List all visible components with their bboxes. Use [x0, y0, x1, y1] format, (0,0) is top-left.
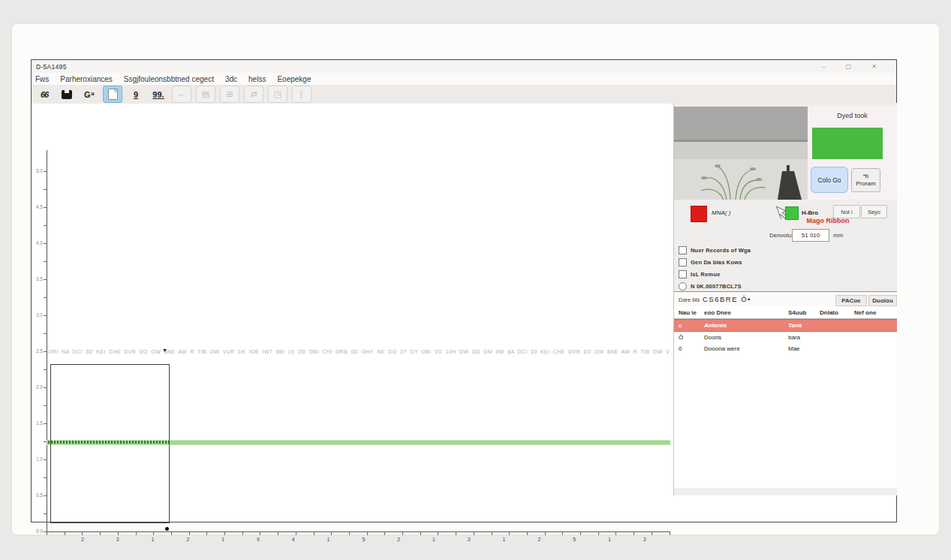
red-color-swatch[interactable]	[691, 206, 707, 222]
x-tick-label: 3	[116, 537, 119, 542]
table-header-cell[interactable]: eoo Dnee	[704, 307, 788, 318]
checkbox-row-2[interactable]: IsL Remue	[679, 268, 751, 280]
crop-tool-glyph: ◳	[274, 89, 281, 99]
x-tick	[118, 532, 119, 535]
plot-area[interactable]: 5.04.54.03.53.02.52.01.51.00.50 23121941…	[32, 104, 673, 521]
table-header-cell[interactable]: Dnlato	[820, 307, 854, 318]
menu-item-5[interactable]: Eoepekge	[277, 75, 311, 83]
x-tick-label: 2	[81, 537, 84, 542]
checkbox[interactable]	[679, 270, 687, 278]
menu-item-2[interactable]: Ssgjfouleonsbbtned cegect	[124, 75, 214, 83]
app-card: D-5A1495 – ▢ ✕ FwsParheroxiancesSsgjfoul…	[11, 23, 940, 535]
checkbox-label: IsL Remue	[691, 271, 721, 278]
y-tick	[44, 351, 47, 352]
table-row[interactable]: eAntonioTank	[674, 319, 897, 332]
secondary-button-line1: *b	[863, 173, 869, 180]
x-tick	[474, 532, 474, 535]
checkbox[interactable]	[679, 258, 687, 266]
menu-item-0[interactable]: Fws	[35, 75, 49, 83]
x-tick	[47, 532, 47, 535]
side-panel: Dyed took Colo Go *b Proram MNA( ) H-Bro…	[673, 103, 897, 495]
menu-item-4[interactable]: helss	[248, 75, 266, 83]
grid-tool-glyph: ⊞	[226, 89, 233, 99]
x-tick	[171, 532, 172, 535]
diameter-input[interactable]: 51 010	[792, 229, 829, 242]
x-tick	[438, 532, 438, 535]
table-cell: bara	[788, 332, 820, 343]
y-tick-label: 5.0	[32, 168, 43, 173]
y-tick-label: 3.5	[32, 276, 43, 282]
y-tick	[44, 459, 47, 460]
grid-tool: ⊞	[220, 86, 239, 103]
x-tick	[509, 532, 510, 535]
x-tick	[260, 532, 260, 535]
checkbox[interactable]	[679, 246, 687, 254]
checkbox-row-3[interactable]: N 0K.00077BCL7S	[679, 280, 751, 292]
floppy-icon	[62, 90, 72, 99]
x-tick-label: 3	[643, 537, 646, 542]
y-tick-label: 2.5	[32, 348, 43, 354]
y-tick	[44, 315, 47, 316]
settings-tool[interactable]: G⁹	[80, 86, 98, 102]
y-tick-label: 2.0	[32, 384, 43, 390]
x-tick-label: 1	[221, 537, 224, 542]
app-window: D-5A1495 – ▢ ✕ FwsParheroxiancesSsgjfoul…	[31, 59, 897, 522]
y-axis-line	[47, 150, 47, 532]
x-tick	[206, 532, 207, 535]
capture-tool[interactable]	[103, 86, 122, 103]
radio-button[interactable]	[679, 282, 687, 291]
x-tick	[492, 532, 492, 535]
y-tick	[44, 261, 47, 262]
x-tick	[278, 532, 278, 535]
window-controls: – ▢ ✕	[822, 63, 896, 70]
pointer-tool: ⌐	[172, 86, 191, 103]
x-tick	[242, 532, 243, 535]
maximize-button[interactable]: ▢	[846, 63, 852, 70]
detected-color-swatch	[812, 128, 883, 159]
pause-button[interactable]: PACoe	[835, 295, 867, 306]
x-tick	[349, 532, 350, 535]
counter-tool[interactable]: 99.	[149, 86, 167, 102]
checkbox-row-1[interactable]: Gen Da blas Kows	[679, 256, 751, 268]
x-tick-label: 5	[362, 537, 365, 542]
x-tick-label: 1	[152, 537, 155, 542]
table-row[interactable]: 0Dooona wereMae	[674, 343, 897, 354]
close-button[interactable]: ✕	[871, 63, 877, 70]
x-tick	[296, 532, 296, 535]
table-header-cell[interactable]: S4uub	[788, 307, 820, 318]
table-row[interactable]: ÔDoorisbara	[674, 332, 897, 343]
file-name-value: CS6BRE Ô•	[703, 295, 751, 303]
table-cell: Tank	[788, 320, 820, 331]
crop-tool: ◳	[268, 86, 287, 103]
table-header-cell[interactable]: Nef one	[854, 307, 897, 318]
duplicate-button[interactable]: Duolou	[868, 295, 897, 306]
file-bar: Dare Ms CS6BRE Ô• PACoe Duolou	[674, 293, 897, 306]
alert-text: Mago Ribbon	[787, 217, 869, 224]
x-tick	[100, 532, 101, 535]
x-tick-label: 2	[397, 537, 400, 542]
panes-tool: ▤	[196, 86, 215, 103]
minimize-button[interactable]: –	[822, 63, 825, 70]
x-tick	[314, 532, 314, 535]
swap-tool-glyph: ⇄	[250, 89, 257, 99]
menu-item-1[interactable]: Parheroxiances	[60, 75, 112, 83]
y-tick	[44, 369, 47, 370]
menu-bar: FwsParheroxiancesSsgjfouleonsbbtned cege…	[32, 73, 896, 86]
open-tool-glyph: 66	[41, 90, 48, 99]
secondary-action-button[interactable]: *b Proram	[851, 168, 880, 192]
open-tool[interactable]: 66	[35, 86, 53, 102]
checkbox-row-0[interactable]: Nuer Records of Wga	[679, 244, 751, 256]
panes-tool-glyph: ▤	[202, 89, 209, 99]
toolbar: 66G⁹999.⌐▤⊞⇄◳⌊	[32, 85, 896, 104]
diameter-unit-label: mm	[833, 232, 843, 239]
menu-item-3[interactable]: 3dc	[225, 75, 237, 83]
plot-annotation-row: ORI NA DCI 3D KEI CHE DVR DO OW 8NE AW R…	[48, 349, 670, 357]
table-header-cell[interactable]: Nau ie	[679, 307, 704, 318]
selection-rectangle[interactable]	[50, 364, 170, 523]
table-cell: e	[679, 320, 704, 331]
table-cell	[854, 332, 897, 343]
save-tool[interactable]	[58, 86, 76, 102]
x-tick	[527, 532, 528, 535]
primary-action-button[interactable]: Colo Go	[811, 167, 848, 193]
digit-tool[interactable]: 9	[127, 86, 145, 102]
